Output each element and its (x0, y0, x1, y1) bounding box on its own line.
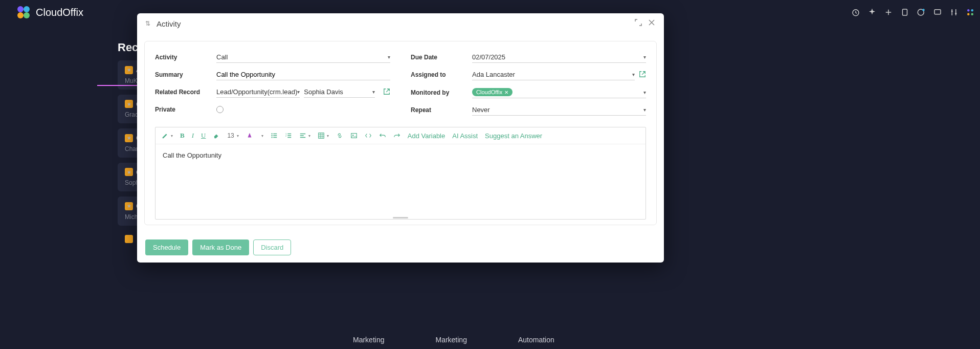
related-model-select[interactable]: Lead/Opportunity(crm.lead) ▾ (216, 86, 300, 98)
svg-point-18 (271, 135, 272, 136)
suggest-answer-button[interactable]: Suggest an Answer (485, 132, 542, 140)
svg-point-12 (971, 9, 974, 12)
undo-icon[interactable] (379, 132, 386, 139)
expand-icon[interactable] (634, 18, 642, 29)
table-icon[interactable]: ▾ (318, 132, 329, 139)
redo-icon[interactable] (393, 132, 400, 139)
close-icon[interactable] (5, 5, 10, 20)
editor-toolbar: ▾ B I U 13▾ ▾ 12 ▾ ▾ A (155, 127, 645, 144)
activity-modal: ⇅ Activity Activity Call ▾ Summary (137, 13, 664, 263)
drag-handle-icon[interactable]: ⇅ (145, 20, 150, 27)
plus-icon[interactable] (884, 8, 893, 17)
label-monitored-by: Monitored by (411, 89, 472, 96)
label-activity: Activity (155, 54, 216, 61)
timer-icon[interactable] (851, 8, 860, 17)
svg-rect-22 (319, 133, 324, 139)
brand[interactable]: CloudOffix (15, 4, 83, 20)
svg-point-0 (17, 6, 24, 12)
repeat-select[interactable]: Never ▾ (472, 104, 646, 116)
summary-input[interactable] (216, 69, 390, 80)
label-summary: Summary (155, 71, 216, 78)
clock-badge-icon[interactable] (917, 8, 926, 17)
bullets-icon[interactable] (271, 132, 278, 139)
svg-point-10 (955, 13, 956, 14)
brand-logo-icon (15, 4, 32, 20)
svg-point-11 (967, 9, 970, 12)
brand-name: CloudOffix (36, 7, 83, 18)
modal-footer: Schedule Mark as Done Discard (137, 232, 664, 263)
sparkle-icon[interactable] (867, 8, 877, 17)
link-icon[interactable] (336, 132, 343, 139)
numbered-list-icon[interactable]: 12 (285, 132, 292, 139)
svg-point-13 (967, 13, 970, 16)
chevron-down-icon: ▾ (643, 90, 646, 95)
rich-text-editor: ▾ B I U 13▾ ▾ 12 ▾ ▾ A (155, 127, 646, 220)
label-repeat: Repeat (411, 106, 472, 114)
image-icon[interactable] (350, 132, 358, 139)
svg-point-14 (971, 13, 974, 16)
activity-select[interactable]: Call ▾ (216, 52, 390, 63)
svg-point-9 (951, 10, 953, 12)
chevron-down-icon: ▾ (643, 107, 646, 113)
svg-point-2 (17, 12, 24, 18)
apps-icon[interactable] (966, 8, 975, 17)
fontcolor-caret[interactable]: ▾ (261, 134, 263, 138)
svg-rect-8 (934, 10, 941, 14)
topbar-icons (851, 8, 975, 17)
fontcolor-icon[interactable] (246, 132, 253, 139)
svg-point-3 (24, 12, 30, 18)
open-external-icon[interactable] (639, 71, 646, 79)
svg-point-1 (24, 6, 30, 12)
mark-as-done-button[interactable]: Mark as Done (192, 239, 249, 255)
highlight-icon[interactable]: ▾ (162, 132, 173, 139)
clipboard-icon[interactable] (900, 8, 909, 17)
related-record-select[interactable]: Sophia Davis ▾ (304, 86, 375, 98)
label-related-record: Related Record (155, 89, 216, 96)
chevron-down-icon: ▾ (632, 72, 635, 77)
editor-resize-handle[interactable] (155, 216, 645, 219)
modal-header: ⇅ Activity (137, 13, 664, 34)
fontsize-select[interactable]: 13▾ (227, 132, 238, 139)
label-private: Private (155, 106, 216, 113)
label-assigned-to: Assigned to (411, 71, 472, 78)
bg-columns: Marketing Marketing Automation (353, 336, 554, 344)
due-date-input[interactable]: 02/07/2025 ▾ (472, 52, 646, 63)
annotation-arrow (97, 80, 143, 91)
chevron-down-icon: ▾ (643, 54, 646, 60)
assigned-to-select[interactable]: Ada Lancaster ▾ (472, 69, 635, 80)
open-external-icon[interactable] (383, 88, 390, 97)
svg-rect-23 (351, 134, 357, 138)
schedule-button[interactable]: Schedule (145, 239, 188, 255)
bold-icon[interactable]: B (180, 132, 185, 140)
modal-close-icon[interactable] (648, 18, 656, 29)
form-card: Activity Call ▾ Summary Related Recor (144, 41, 657, 225)
chevron-down-icon: ▾ (372, 89, 375, 95)
modal-title: Activity (157, 19, 629, 28)
private-radio[interactable] (216, 104, 390, 115)
label-due-date: Due Date (411, 54, 472, 61)
chip-remove-icon[interactable]: ✕ (504, 90, 508, 95)
svg-point-17 (271, 133, 272, 134)
italic-icon[interactable]: I (192, 132, 194, 140)
align-icon[interactable]: ▾ (299, 132, 310, 139)
underline-icon[interactable]: U (201, 132, 206, 140)
chevron-down-icon: ▾ (388, 54, 390, 60)
sliders-icon[interactable] (949, 8, 959, 17)
add-variable-button[interactable]: Add Variable (408, 132, 445, 140)
editor-body[interactable]: Call the Opportunity (155, 144, 645, 216)
monitor-chip[interactable]: CloudOffix ✕ (472, 88, 513, 96)
discard-button[interactable]: Discard (253, 239, 291, 255)
svg-text:2: 2 (285, 135, 287, 137)
svg-point-7 (922, 9, 925, 11)
svg-rect-5 (903, 9, 907, 15)
chat-icon[interactable] (933, 8, 942, 17)
chevron-down-icon: ▾ (297, 89, 300, 95)
monitored-by-select[interactable]: CloudOffix ✕ ▾ (472, 86, 646, 98)
svg-point-19 (271, 137, 272, 138)
eraser-icon[interactable] (213, 132, 220, 139)
code-icon[interactable] (365, 132, 372, 139)
ai-assist-button[interactable]: AI Assist (452, 132, 478, 140)
